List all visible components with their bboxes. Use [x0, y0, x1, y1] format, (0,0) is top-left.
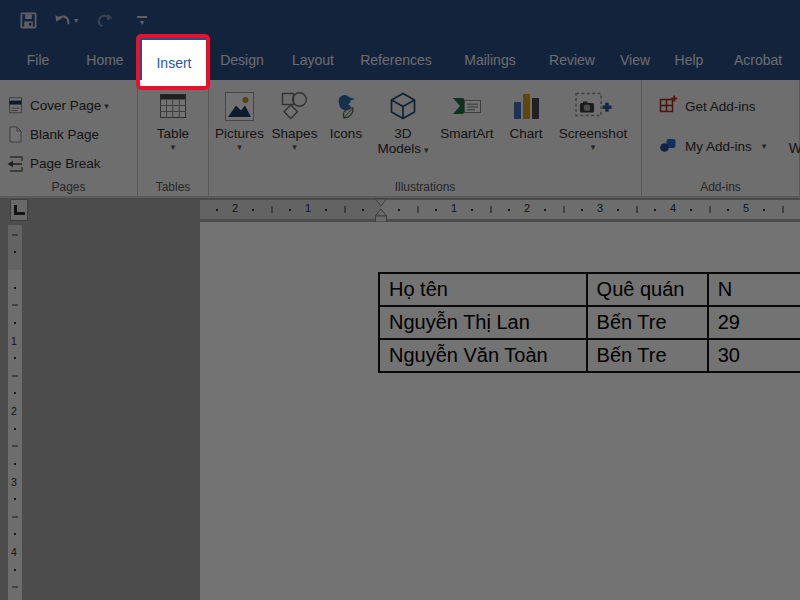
tab-review[interactable]: Review [536, 40, 608, 80]
ruler-tick: 3 [597, 202, 603, 214]
page-break-button[interactable]: Page Break [6, 149, 135, 178]
ruler-tick [14, 251, 16, 253]
cover-page-label: Cover Page [30, 98, 101, 113]
ruler-tick: 3 [11, 476, 17, 488]
shapes-icon [280, 89, 310, 123]
ruler-tick [14, 392, 16, 394]
tab-stop-selector[interactable] [10, 199, 28, 221]
screenshot-camera-icon [574, 89, 612, 123]
page-break-label: Page Break [30, 156, 101, 171]
ruler-tick [782, 206, 783, 213]
blank-page-label: Blank Page [30, 127, 99, 142]
ribbon: Cover Page ▾ Blank Page [0, 80, 800, 198]
left-tab-stop-icon [14, 205, 25, 215]
tab-mailings[interactable]: Mailings [444, 40, 536, 80]
ruler-tick: 1 [305, 202, 311, 214]
undo-dropdown-caret-icon[interactable]: ▾ [74, 16, 78, 25]
table-cell[interactable]: Quê quán [587, 273, 708, 306]
ruler-tick [763, 209, 765, 211]
tab-layout[interactable]: Layout [278, 40, 348, 80]
tab-acrobat[interactable]: Acrobat [716, 40, 800, 80]
tab-help[interactable]: Help [662, 40, 716, 80]
ruler-tick [654, 209, 656, 211]
ribbon-group-tables: Table ▾ Tables [138, 80, 209, 196]
ruler-tick: 1 [451, 202, 457, 214]
ruler-tick: 1 [11, 335, 17, 347]
shapes-label: Shapes [272, 126, 318, 141]
tab-view[interactable]: View [608, 40, 662, 80]
table-cell[interactable]: 30 [708, 339, 800, 372]
screenshot-label: Screenshot [559, 126, 627, 141]
ruler-tick [12, 305, 18, 306]
ruler-tick [289, 209, 291, 211]
document-area: 2112345 1234 Họ tên Quê quán N [0, 198, 800, 600]
my-add-ins-icon [658, 135, 678, 158]
screenshot-button[interactable]: Screenshot ▾ [553, 80, 633, 180]
table-label: Table [157, 126, 189, 141]
ruler-tick [563, 206, 564, 213]
save-button[interactable] [16, 8, 40, 32]
ruler-tick [344, 206, 345, 213]
ruler-tick: 4 [11, 546, 17, 558]
undo-button[interactable]: ▾ [54, 8, 78, 32]
ruler-tick [636, 206, 637, 213]
dropdown-caret-icon: ▾ [237, 143, 242, 151]
get-add-ins-button[interactable]: Get Add-ins [658, 94, 799, 118]
table-cell[interactable]: Họ tên [379, 273, 587, 306]
ruler-tick [12, 234, 18, 235]
table-cell[interactable]: Bến Tre [587, 339, 708, 372]
my-add-ins-label: My Add-ins [685, 139, 752, 154]
ruler-tick [581, 209, 583, 211]
vertical-ruler-margin-area [8, 225, 22, 270]
cover-page-button[interactable]: Cover Page ▾ [6, 91, 135, 120]
ruler-tick: 2 [11, 405, 17, 417]
3d-models-button[interactable]: 3D Models▾ [371, 80, 435, 180]
ruler-tick [508, 209, 510, 211]
save-icon [19, 11, 38, 30]
ribbon-tab-bar: File Home Insert Design Layout Reference… [0, 40, 800, 80]
ruler-tick [14, 428, 16, 430]
document-table[interactable]: Họ tên Quê quán N Nguyễn Thị Lan Bến Tre… [378, 272, 800, 373]
ruler-tick: 5 [743, 202, 749, 214]
ruler-tick [490, 206, 491, 213]
horizontal-ruler[interactable]: 2112345 [200, 200, 800, 219]
ruler-tick: 2 [524, 202, 530, 214]
group-label-tables: Tables [138, 180, 208, 194]
chart-button[interactable]: Chart [499, 80, 553, 180]
ruler-tick [12, 375, 18, 376]
document-page[interactable]: Họ tên Quê quán N Nguyễn Thị Lan Bến Tre… [200, 222, 800, 600]
get-add-ins-icon [658, 95, 678, 118]
ruler-tick [12, 516, 18, 517]
customize-qat-button[interactable]: ▾ [130, 8, 154, 32]
blank-page-icon [6, 126, 25, 144]
tab-references[interactable]: References [348, 40, 444, 80]
ruler-tick [471, 209, 473, 211]
table-cell[interactable]: Bến Tre [587, 306, 708, 339]
vertical-ruler[interactable]: 1234 [8, 225, 22, 600]
tab-design[interactable]: Design [206, 40, 278, 80]
tab-file[interactable]: File [8, 40, 68, 80]
table-button[interactable]: Table ▾ [138, 80, 208, 180]
ruler-tick [362, 209, 364, 211]
wikipedia-button-partial[interactable]: W [789, 140, 800, 156]
table-cell[interactable]: N [708, 273, 800, 306]
tab-home[interactable]: Home [68, 40, 142, 80]
ruler-tick [544, 209, 546, 211]
table-cell[interactable]: Nguyễn Văn Toàn [379, 339, 587, 372]
ribbon-group-addins: Get Add-ins My Add-ins ▾ W Add-ins [642, 80, 800, 196]
my-add-ins-button[interactable]: My Add-ins ▾ [658, 134, 799, 158]
icons-button[interactable]: Icons [321, 80, 371, 180]
ruler-tick: 4 [670, 202, 676, 214]
smartart-button[interactable]: SmartArt [435, 80, 499, 180]
chart-bars-icon [511, 89, 541, 123]
ruler-tick [12, 587, 18, 588]
ruler-tick [14, 357, 16, 359]
tab-insert[interactable]: Insert [142, 40, 206, 86]
redo-button[interactable] [92, 8, 116, 32]
cover-page-icon [6, 97, 25, 115]
table-cell[interactable]: Nguyễn Thị Lan [379, 306, 587, 339]
shapes-button[interactable]: Shapes ▾ [268, 80, 321, 180]
pictures-button[interactable]: Pictures ▾ [211, 80, 268, 180]
blank-page-button[interactable]: Blank Page [6, 120, 135, 149]
table-cell[interactable]: 29 [708, 306, 800, 339]
